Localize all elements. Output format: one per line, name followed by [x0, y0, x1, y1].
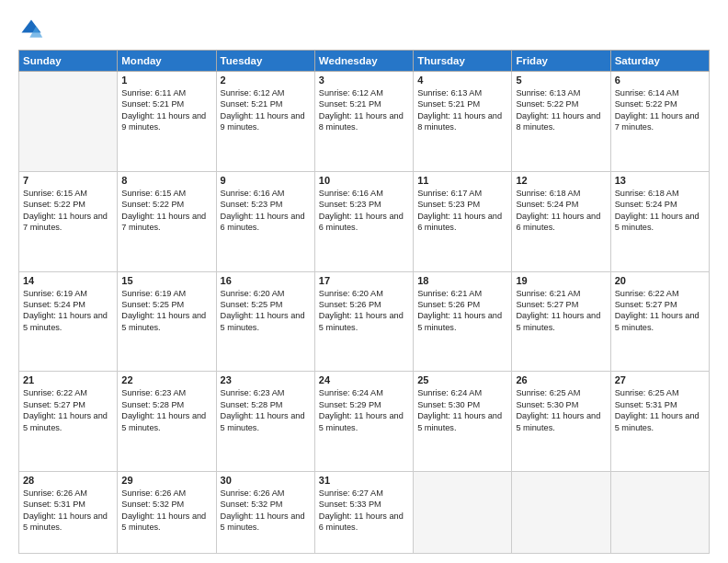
day-number: 18	[417, 275, 507, 286]
day-number: 8	[121, 175, 211, 186]
day-number: 30	[221, 475, 311, 486]
day-number: 21	[23, 374, 113, 385]
logo-icon	[18, 17, 44, 42]
calendar-cell: 28Sunrise: 6:26 AMSunset: 5:31 PMDayligh…	[19, 472, 118, 554]
calendar-cell: 14Sunrise: 6:19 AMSunset: 5:24 PMDayligh…	[19, 271, 118, 372]
logo	[18, 17, 48, 42]
calendar-week-1: 7Sunrise: 6:15 AMSunset: 5:22 PMDaylight…	[19, 171, 710, 271]
day-info: Sunrise: 6:19 AMSunset: 5:24 PMDaylight:…	[23, 288, 113, 334]
day-info: Sunrise: 6:23 AMSunset: 5:28 PMDaylight:…	[121, 387, 211, 433]
day-info: Sunrise: 6:22 AMSunset: 5:27 PMDaylight:…	[23, 387, 113, 433]
weekday-header-wednesday: Wednesday	[314, 51, 413, 72]
day-number: 9	[221, 175, 311, 186]
day-number: 5	[516, 75, 606, 86]
day-number: 2	[221, 75, 311, 86]
calendar-cell: 17Sunrise: 6:20 AMSunset: 5:26 PMDayligh…	[314, 271, 413, 372]
day-info: Sunrise: 6:22 AMSunset: 5:27 PMDaylight:…	[615, 288, 705, 334]
calendar-cell: 11Sunrise: 6:17 AMSunset: 5:23 PMDayligh…	[414, 171, 512, 271]
day-number: 3	[319, 75, 409, 86]
calendar-cell	[610, 472, 709, 554]
calendar-cell: 4Sunrise: 6:13 AMSunset: 5:21 PMDaylight…	[414, 72, 512, 172]
day-info: Sunrise: 6:25 AMSunset: 5:30 PMDaylight:…	[516, 387, 606, 433]
calendar-cell: 31Sunrise: 6:27 AMSunset: 5:33 PMDayligh…	[314, 472, 413, 554]
day-number: 10	[319, 175, 409, 186]
calendar-cell: 6Sunrise: 6:14 AMSunset: 5:22 PMDaylight…	[610, 72, 709, 172]
calendar-cell: 24Sunrise: 6:24 AMSunset: 5:29 PMDayligh…	[314, 372, 413, 472]
day-info: Sunrise: 6:23 AMSunset: 5:28 PMDaylight:…	[221, 387, 311, 433]
calendar-header: SundayMondayTuesdayWednesdayThursdayFrid…	[19, 51, 710, 72]
calendar-body: 1Sunrise: 6:11 AMSunset: 5:21 PMDaylight…	[19, 72, 710, 554]
day-number: 4	[417, 75, 507, 86]
day-info: Sunrise: 6:26 AMSunset: 5:32 PMDaylight:…	[121, 488, 211, 534]
day-info: Sunrise: 6:26 AMSunset: 5:31 PMDaylight:…	[23, 488, 113, 534]
calendar-cell	[414, 472, 512, 554]
weekday-header-saturday: Saturday	[610, 51, 709, 72]
calendar-cell: 3Sunrise: 6:12 AMSunset: 5:21 PMDaylight…	[314, 72, 413, 172]
weekday-header-monday: Monday	[118, 51, 216, 72]
day-number: 13	[615, 175, 705, 186]
day-number: 24	[319, 374, 409, 385]
weekday-header-thursday: Thursday	[414, 51, 512, 72]
calendar-cell	[512, 472, 610, 554]
weekday-header-friday: Friday	[512, 51, 610, 72]
calendar-cell: 27Sunrise: 6:25 AMSunset: 5:31 PMDayligh…	[610, 372, 709, 472]
day-info: Sunrise: 6:25 AMSunset: 5:31 PMDaylight:…	[615, 387, 705, 433]
calendar-cell: 18Sunrise: 6:21 AMSunset: 5:26 PMDayligh…	[414, 271, 512, 372]
calendar-cell: 16Sunrise: 6:20 AMSunset: 5:25 PMDayligh…	[216, 271, 314, 372]
day-info: Sunrise: 6:19 AMSunset: 5:25 PMDaylight:…	[121, 288, 211, 334]
calendar-cell: 10Sunrise: 6:16 AMSunset: 5:23 PMDayligh…	[314, 171, 413, 271]
calendar-cell: 21Sunrise: 6:22 AMSunset: 5:27 PMDayligh…	[19, 372, 118, 472]
day-info: Sunrise: 6:16 AMSunset: 5:23 PMDaylight:…	[319, 188, 409, 234]
day-number: 23	[221, 374, 311, 385]
day-number: 16	[221, 275, 311, 286]
day-number: 1	[121, 75, 211, 86]
calendar-cell: 9Sunrise: 6:16 AMSunset: 5:23 PMDaylight…	[216, 171, 314, 271]
calendar-cell: 2Sunrise: 6:12 AMSunset: 5:21 PMDaylight…	[216, 72, 314, 172]
day-number: 19	[516, 275, 606, 286]
calendar-cell: 8Sunrise: 6:15 AMSunset: 5:22 PMDaylight…	[118, 171, 216, 271]
calendar-cell: 15Sunrise: 6:19 AMSunset: 5:25 PMDayligh…	[118, 271, 216, 372]
day-info: Sunrise: 6:24 AMSunset: 5:30 PMDaylight:…	[417, 387, 507, 433]
calendar-week-3: 21Sunrise: 6:22 AMSunset: 5:27 PMDayligh…	[19, 372, 710, 472]
day-info: Sunrise: 6:26 AMSunset: 5:32 PMDaylight:…	[221, 488, 311, 534]
calendar-cell: 19Sunrise: 6:21 AMSunset: 5:27 PMDayligh…	[512, 271, 610, 372]
day-info: Sunrise: 6:15 AMSunset: 5:22 PMDaylight:…	[23, 188, 113, 234]
calendar-table: SundayMondayTuesdayWednesdayThursdayFrid…	[18, 50, 710, 554]
day-info: Sunrise: 6:20 AMSunset: 5:26 PMDaylight:…	[319, 288, 409, 334]
calendar-cell: 23Sunrise: 6:23 AMSunset: 5:28 PMDayligh…	[216, 372, 314, 472]
calendar-cell: 20Sunrise: 6:22 AMSunset: 5:27 PMDayligh…	[610, 271, 709, 372]
day-number: 20	[615, 275, 705, 286]
day-info: Sunrise: 6:24 AMSunset: 5:29 PMDaylight:…	[319, 387, 409, 433]
calendar-week-2: 14Sunrise: 6:19 AMSunset: 5:24 PMDayligh…	[19, 271, 710, 372]
calendar-cell: 26Sunrise: 6:25 AMSunset: 5:30 PMDayligh…	[512, 372, 610, 472]
day-number: 25	[417, 374, 507, 385]
day-number: 14	[23, 275, 113, 286]
calendar-cell: 30Sunrise: 6:26 AMSunset: 5:32 PMDayligh…	[216, 472, 314, 554]
day-number: 26	[516, 374, 606, 385]
day-number: 29	[121, 475, 211, 486]
calendar-cell: 7Sunrise: 6:15 AMSunset: 5:22 PMDaylight…	[19, 171, 118, 271]
day-info: Sunrise: 6:13 AMSunset: 5:22 PMDaylight:…	[516, 87, 606, 133]
day-number: 6	[615, 75, 705, 86]
day-number: 28	[23, 475, 113, 486]
day-info: Sunrise: 6:18 AMSunset: 5:24 PMDaylight:…	[615, 188, 705, 234]
page: SundayMondayTuesdayWednesdayThursdayFrid…	[0, 0, 728, 563]
day-info: Sunrise: 6:12 AMSunset: 5:21 PMDaylight:…	[319, 87, 409, 133]
day-info: Sunrise: 6:27 AMSunset: 5:33 PMDaylight:…	[319, 488, 409, 534]
calendar-cell	[19, 72, 118, 172]
day-info: Sunrise: 6:11 AMSunset: 5:21 PMDaylight:…	[121, 87, 211, 133]
calendar-cell: 29Sunrise: 6:26 AMSunset: 5:32 PMDayligh…	[118, 472, 216, 554]
day-info: Sunrise: 6:14 AMSunset: 5:22 PMDaylight:…	[615, 87, 705, 133]
weekday-row: SundayMondayTuesdayWednesdayThursdayFrid…	[19, 51, 710, 72]
day-number: 11	[417, 175, 507, 186]
calendar-cell: 12Sunrise: 6:18 AMSunset: 5:24 PMDayligh…	[512, 171, 610, 271]
calendar-cell: 13Sunrise: 6:18 AMSunset: 5:24 PMDayligh…	[610, 171, 709, 271]
day-info: Sunrise: 6:21 AMSunset: 5:26 PMDaylight:…	[417, 288, 507, 334]
day-info: Sunrise: 6:13 AMSunset: 5:21 PMDaylight:…	[417, 87, 507, 133]
day-info: Sunrise: 6:20 AMSunset: 5:25 PMDaylight:…	[221, 288, 311, 334]
calendar-cell: 22Sunrise: 6:23 AMSunset: 5:28 PMDayligh…	[118, 372, 216, 472]
day-number: 17	[319, 275, 409, 286]
day-info: Sunrise: 6:15 AMSunset: 5:22 PMDaylight:…	[121, 188, 211, 234]
day-info: Sunrise: 6:17 AMSunset: 5:23 PMDaylight:…	[417, 188, 507, 234]
day-number: 22	[121, 374, 211, 385]
